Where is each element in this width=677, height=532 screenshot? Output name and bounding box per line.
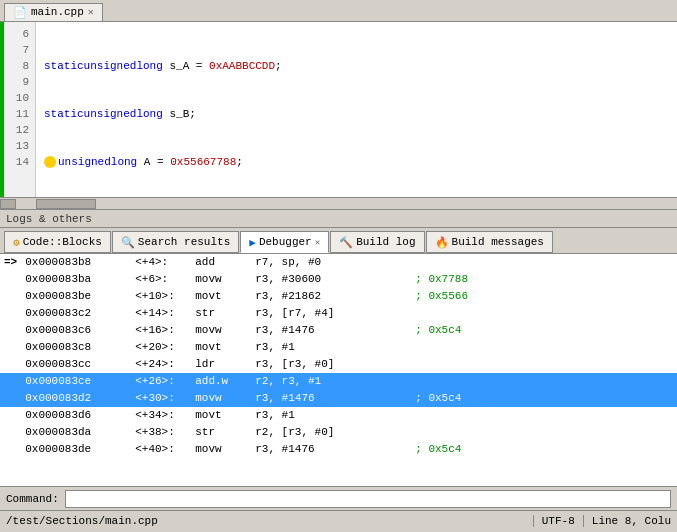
codeblocks-icon: ⚙ <box>13 236 20 249</box>
status-encoding: UTF-8 <box>533 515 575 527</box>
tab-buildlog[interactable]: 🔨 Build log <box>330 231 424 253</box>
offset-col: <+34>: <box>131 407 191 424</box>
table-row[interactable]: 0x000083d6<+34>:movtr3, #1 <box>0 407 677 424</box>
address-col: 0x000083ba <box>21 271 131 288</box>
comment-col <box>411 305 677 322</box>
offset-col: <+26>: <box>131 373 191 390</box>
offset-col: <+6>: <box>131 271 191 288</box>
status-bar: /test/Sections/main.cpp UTF-8 Line 8, Co… <box>0 510 677 530</box>
mnemonic-col: add.w <box>191 373 251 390</box>
logs-panel: Logs & others ⚙ Code::Blocks 🔍 Search re… <box>0 210 677 510</box>
tab-debugger[interactable]: ▶ Debugger ✕ <box>240 231 329 253</box>
line-numbers: 6 7 8 9 10 11 12 13 14 <box>4 22 36 197</box>
comment-col <box>411 407 677 424</box>
editor-tab-main-cpp[interactable]: 📄 main.cpp ✕ <box>4 3 103 21</box>
arrow-col: => <box>0 254 21 271</box>
comment-col: ; 0x5c4 <box>411 441 677 458</box>
debugger-icon: ▶ <box>249 236 256 249</box>
operands-col: r3, [r7, #4] <box>251 305 411 322</box>
arrow-col <box>0 271 21 288</box>
table-row[interactable]: 0x000083d2<+30>:movwr3, #1476; 0x5c4 <box>0 390 677 407</box>
table-row[interactable]: 0x000083c6<+16>:movwr3, #1476; 0x5c4 <box>0 322 677 339</box>
table-row[interactable]: 0x000083ba<+6>:movwr3, #30600; 0x7788 <box>0 271 677 288</box>
logs-tabs: ⚙ Code::Blocks 🔍 Search results ▶ Debugg… <box>0 228 677 254</box>
logs-header: Logs & others <box>0 210 677 228</box>
mnemonic-col: movw <box>191 441 251 458</box>
mnemonic-col: movw <box>191 322 251 339</box>
arrow-col <box>0 441 21 458</box>
table-row[interactable]: 0x000083de<+40>:movwr3, #1476; 0x5c4 <box>0 441 677 458</box>
address-col: 0x000083c2 <box>21 305 131 322</box>
buildlog-icon: 🔨 <box>339 236 353 249</box>
command-label: Command: <box>6 493 59 505</box>
offset-col: <+30>: <box>131 390 191 407</box>
arrow-col <box>0 339 21 356</box>
comment-col: ; 0x7788 <box>411 271 677 288</box>
editor-tab-close[interactable]: ✕ <box>88 6 94 18</box>
arrow-col <box>0 288 21 305</box>
tab-search-label: Search results <box>138 236 230 248</box>
address-col: 0x000083da <box>21 424 131 441</box>
arrow-col <box>0 424 21 441</box>
offset-col: <+14>: <box>131 305 191 322</box>
file-icon: 📄 <box>13 6 27 19</box>
editor-scrollbar[interactable] <box>0 197 677 209</box>
code-container: 6 7 8 9 10 11 12 13 14 static unsigned l… <box>0 22 677 197</box>
comment-col <box>411 424 677 441</box>
comment-col <box>411 339 677 356</box>
table-row[interactable]: 0x000083ce<+26>:add.wr2, r3, #1 <box>0 373 677 390</box>
tab-buildlog-label: Build log <box>356 236 415 248</box>
arrow-col <box>0 305 21 322</box>
debug-output[interactable]: =>0x000083b8<+4>:addr7, sp, #00x000083ba… <box>0 254 677 486</box>
mnemonic-col: str <box>191 305 251 322</box>
table-row[interactable]: 0x000083da<+38>:strr2, [r3, #0] <box>0 424 677 441</box>
tab-codeblocks[interactable]: ⚙ Code::Blocks <box>4 231 111 253</box>
address-col: 0x000083b8 <box>21 254 131 271</box>
comment-col <box>411 373 677 390</box>
comment-col <box>411 254 677 271</box>
debug-table: =>0x000083b8<+4>:addr7, sp, #00x000083ba… <box>0 254 677 458</box>
table-row[interactable]: =>0x000083b8<+4>:addr7, sp, #0 <box>0 254 677 271</box>
search-icon: 🔍 <box>121 236 135 249</box>
mnemonic-col: ldr <box>191 356 251 373</box>
address-col: 0x000083d6 <box>21 407 131 424</box>
tab-search[interactable]: 🔍 Search results <box>112 231 239 253</box>
mnemonic-col: movt <box>191 288 251 305</box>
editor-tab-bar: 📄 main.cpp ✕ <box>0 0 677 22</box>
logs-section-label: Logs & others <box>6 213 92 225</box>
tab-debugger-label: Debugger <box>259 236 312 248</box>
arrow-col <box>0 407 21 424</box>
address-col: 0x000083de <box>21 441 131 458</box>
offset-col: <+20>: <box>131 339 191 356</box>
operands-col: r3, #1476 <box>251 390 411 407</box>
offset-col: <+10>: <box>131 288 191 305</box>
address-col: 0x000083cc <box>21 356 131 373</box>
command-bar: Command: <box>0 486 677 510</box>
table-row[interactable]: 0x000083be<+10>:movtr3, #21862; 0x5566 <box>0 288 677 305</box>
offset-col: <+16>: <box>131 322 191 339</box>
mnemonic-col: movw <box>191 390 251 407</box>
table-row[interactable]: 0x000083c2<+14>:strr3, [r7, #4] <box>0 305 677 322</box>
table-row[interactable]: 0x000083cc<+24>:ldrr3, [r3, #0] <box>0 356 677 373</box>
tab-debugger-close[interactable]: ✕ <box>315 237 320 248</box>
tab-buildmsg[interactable]: 🔥 Build messages <box>426 231 553 253</box>
editor-panel: 📄 main.cpp ✕ 6 7 8 9 10 11 12 13 14 <box>0 0 677 210</box>
comment-col: ; 0x5566 <box>411 288 677 305</box>
arrow-col <box>0 322 21 339</box>
address-col: 0x000083d2 <box>21 390 131 407</box>
command-input[interactable] <box>65 490 671 508</box>
operands-col: r3, #1 <box>251 339 411 356</box>
comment-col: ; 0x5c4 <box>411 322 677 339</box>
comment-col <box>411 356 677 373</box>
code-text[interactable]: static unsigned long s_A = 0xAABBCCDD; s… <box>36 22 677 197</box>
operands-col: r3, #21862 <box>251 288 411 305</box>
operands-col: r3, #30600 <box>251 271 411 288</box>
offset-col: <+38>: <box>131 424 191 441</box>
tab-codeblocks-label: Code::Blocks <box>23 236 102 248</box>
offset-col: <+4>: <box>131 254 191 271</box>
operands-col: r2, [r3, #0] <box>251 424 411 441</box>
table-row[interactable]: 0x000083c8<+20>:movtr3, #1 <box>0 339 677 356</box>
arrow-col <box>0 356 21 373</box>
offset-col: <+40>: <box>131 441 191 458</box>
arrow-col <box>0 373 21 390</box>
